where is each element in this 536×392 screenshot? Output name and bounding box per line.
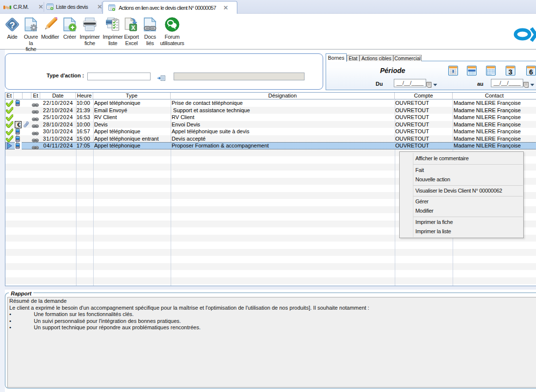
svg-text:€: € bbox=[17, 122, 21, 128]
svg-text:6: 6 bbox=[529, 68, 533, 76]
svg-text:3: 3 bbox=[509, 68, 512, 76]
